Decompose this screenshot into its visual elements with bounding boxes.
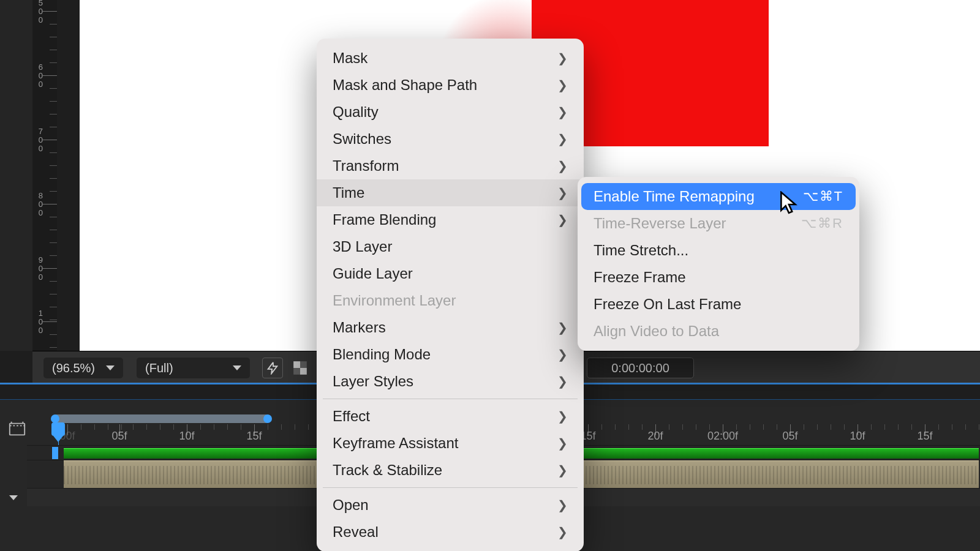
fast-preview-button[interactable] <box>262 358 283 378</box>
chevron-right-icon: ❯ <box>557 347 568 362</box>
work-area-start-handle[interactable] <box>51 414 59 423</box>
svg-rect-1 <box>300 361 307 368</box>
panel-gutter <box>0 0 32 351</box>
svg-rect-0 <box>293 361 300 368</box>
menu-item-time[interactable]: Time❯ <box>317 179 584 206</box>
chevron-right-icon: ❯ <box>557 409 568 424</box>
resolution-value: (Full) <box>145 361 173 375</box>
time-tick-label: 10f <box>179 430 194 443</box>
svg-rect-2 <box>293 368 300 375</box>
menu-item-label: Guide Layer <box>333 265 413 282</box>
time-tick-label: 10f <box>850 430 865 443</box>
menu-item-label: Effect <box>333 408 370 425</box>
chevron-right-icon: ❯ <box>557 51 568 66</box>
menu-item-switches[interactable]: Switches❯ <box>317 126 584 152</box>
chevron-right-icon: ❯ <box>557 186 568 200</box>
composition-icon[interactable] <box>8 420 26 438</box>
chevron-right-icon: ❯ <box>557 498 568 512</box>
menu-item-3d-layer[interactable]: 3D Layer <box>317 233 584 260</box>
work-area-bar[interactable] <box>53 414 270 423</box>
chevron-right-icon: ❯ <box>557 525 568 539</box>
menu-item-label: Transform <box>333 157 399 174</box>
timecode-field[interactable]: 0:00:00:00 <box>587 358 694 378</box>
chevron-down-icon <box>233 365 241 370</box>
time-tick-label: 15f <box>917 430 932 443</box>
time-tick-label: 02:00f <box>707 430 738 443</box>
chevron-down-icon <box>106 365 115 370</box>
menu-item-label: 3D Layer <box>333 238 392 255</box>
submenu-item-label: Time-Reverse Layer <box>594 215 726 232</box>
menu-item-label: Mask and Shape Path <box>333 77 477 94</box>
zoom-value: (96.5%) <box>52 361 95 375</box>
chevron-right-icon: ❯ <box>557 105 568 119</box>
menu-item-label: Frame Blending <box>333 211 436 228</box>
playhead-handle[interactable] <box>51 422 65 436</box>
layer-context-menu: Mask❯Mask and Shape Path❯Quality❯Switche… <box>317 39 584 551</box>
menu-item-transform[interactable]: Transform❯ <box>317 152 584 179</box>
menu-item-mask[interactable]: Mask❯ <box>317 45 584 72</box>
menu-item-label: Mask <box>333 50 368 67</box>
submenu-item-freeze-frame[interactable]: Freeze Frame <box>578 264 859 291</box>
chevron-right-icon: ❯ <box>557 436 568 451</box>
submenu-item-freeze-on-last-frame[interactable]: Freeze On Last Frame <box>578 291 859 318</box>
submenu-item-label: Freeze On Last Frame <box>594 296 741 313</box>
menu-item-label: Open <box>333 497 369 514</box>
collapse-toggle[interactable] <box>9 492 18 503</box>
menu-separator <box>323 399 578 399</box>
chevron-right-icon: ❯ <box>557 212 568 227</box>
vertical-ruler: 500600700800900100 <box>32 0 57 351</box>
menu-item-markers[interactable]: Markers❯ <box>317 314 584 341</box>
keyboard-shortcut: ⌥⌘T <box>803 189 843 204</box>
svg-rect-3 <box>300 368 307 375</box>
chevron-right-icon: ❯ <box>557 320 568 335</box>
menu-item-label: Layer Styles <box>333 373 413 390</box>
time-tick-label: 05f <box>111 430 127 443</box>
submenu-item-label: Align Video to Data <box>594 323 719 340</box>
menu-item-reveal[interactable]: Reveal❯ <box>317 519 584 545</box>
time-submenu: Enable Time Remapping⌥⌘TTime-Reverse Lay… <box>578 177 859 351</box>
chevron-right-icon: ❯ <box>557 78 568 92</box>
menu-item-label: Switches <box>333 130 391 148</box>
submenu-item-label: Time Stretch... <box>594 242 688 259</box>
menu-item-mask-and-shape-path[interactable]: Mask and Shape Path❯ <box>317 72 584 99</box>
time-tick-label: 20f <box>647 430 663 443</box>
menu-item-environment-layer: Environment Layer <box>317 287 584 314</box>
time-tick-label: 15f <box>246 430 262 443</box>
layer-selection-highlight <box>52 447 58 459</box>
chevron-right-icon: ❯ <box>557 463 568 478</box>
transparency-grid-button[interactable] <box>290 358 311 378</box>
time-tick-label: 05f <box>782 430 797 443</box>
chevron-right-icon: ❯ <box>557 159 568 173</box>
menu-item-keyframe-assistant[interactable]: Keyframe Assistant❯ <box>317 430 584 457</box>
menu-separator <box>323 487 578 488</box>
submenu-item-time-stretch-[interactable]: Time Stretch... <box>578 237 859 264</box>
submenu-item-enable-time-remapping[interactable]: Enable Time Remapping⌥⌘T <box>581 183 856 210</box>
menu-item-label: Quality <box>333 103 379 121</box>
submenu-item-time-reverse-layer: Time-Reverse Layer⌥⌘R <box>578 210 859 237</box>
menu-item-label: Keyframe Assistant <box>333 435 458 452</box>
chevron-right-icon: ❯ <box>557 132 568 146</box>
submenu-item-label: Freeze Frame <box>594 269 686 286</box>
menu-item-guide-layer[interactable]: Guide Layer <box>317 260 584 287</box>
work-area-end-handle[interactable] <box>263 414 272 423</box>
menu-item-track-stabilize[interactable]: Track & Stabilize❯ <box>317 457 584 484</box>
menu-item-label: Time <box>333 184 364 201</box>
menu-item-layer-styles[interactable]: Layer Styles❯ <box>317 368 584 395</box>
menu-item-label: Blending Mode <box>333 346 431 363</box>
menu-item-label: Track & Stabilize <box>333 462 442 479</box>
menu-item-frame-blending[interactable]: Frame Blending❯ <box>317 206 584 233</box>
zoom-dropdown[interactable]: (96.5%) <box>43 358 123 378</box>
keyboard-shortcut: ⌥⌘R <box>801 216 843 231</box>
menu-item-blending-mode[interactable]: Blending Mode❯ <box>317 341 584 368</box>
resolution-dropdown[interactable]: (Full) <box>137 358 250 378</box>
menu-item-open[interactable]: Open❯ <box>317 492 584 519</box>
submenu-item-label: Enable Time Remapping <box>594 188 755 205</box>
chevron-down-icon <box>9 495 18 500</box>
menu-item-label: Reveal <box>333 523 379 541</box>
menu-item-quality[interactable]: Quality❯ <box>317 99 584 126</box>
menu-item-effect[interactable]: Effect❯ <box>317 403 584 430</box>
menu-item-label: Environment Layer <box>333 292 456 309</box>
submenu-item-align-video-to-data: Align Video to Data <box>578 318 859 345</box>
timecode-value: 0:00:00:00 <box>611 361 669 375</box>
chevron-right-icon: ❯ <box>557 374 568 389</box>
